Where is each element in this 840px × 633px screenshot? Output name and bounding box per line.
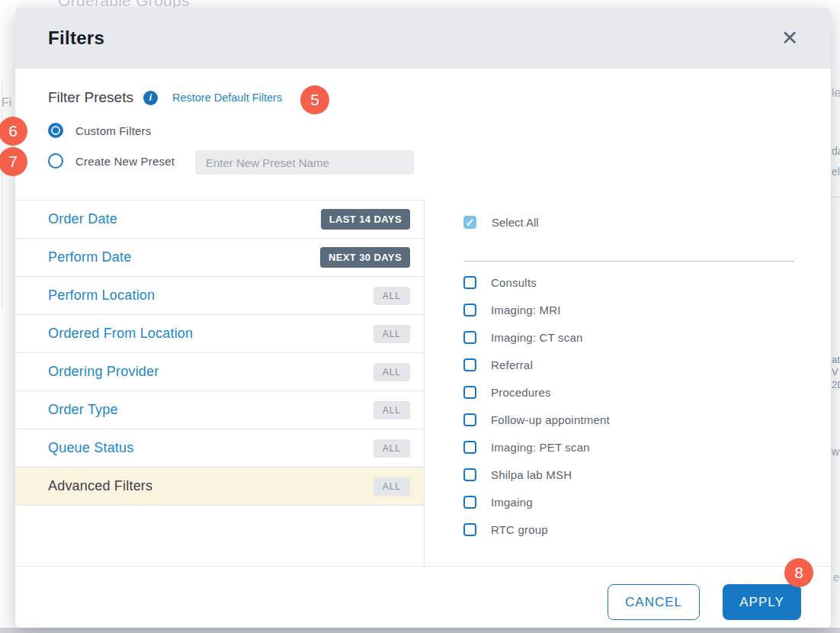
panel-separator	[463, 261, 794, 262]
dialog-title: Filters	[48, 27, 104, 49]
order-type-option[interactable]: Imaging: MRI	[463, 296, 794, 323]
background-right-fragment: le	[832, 86, 840, 100]
step-badge-8: 8	[784, 558, 813, 587]
checkbox-icon[interactable]	[463, 304, 476, 316]
filter-category-label: Ordering Provider	[48, 364, 159, 380]
checkbox-icon[interactable]	[463, 523, 476, 536]
filter-presets-heading: Filter Presets	[48, 89, 133, 106]
order-type-label: Consults	[491, 276, 537, 289]
filter-category-label: Ordered From Location	[48, 326, 193, 342]
filter-category-label: Queue Status	[48, 440, 133, 456]
filter-category-label: Order Date	[48, 211, 117, 227]
filter-category-row[interactable]: Perform Location ALL	[15, 277, 425, 315]
custom-filters-label: Custom Filters	[75, 124, 151, 137]
background-right-fragment: el	[832, 165, 840, 178]
filter-category-label: Advanced Filters	[48, 478, 152, 494]
order-type-label: Follow-up appointment	[491, 413, 610, 426]
checkbox-icon[interactable]	[463, 496, 476, 509]
order-type-option[interactable]: Procedures	[463, 378, 794, 406]
order-type-option[interactable]: Imaging: CT scan	[463, 323, 794, 351]
radio-selected-icon[interactable]	[48, 123, 63, 138]
filter-category-row[interactable]: Perform Date NEXT 30 DAYS	[15, 239, 425, 277]
background-right-fragment: 2D	[832, 379, 840, 390]
dialog-footer: CANCEL APPLY	[15, 566, 831, 628]
filters-dialog: Filters ✕ Filter Presets i Restore Defau…	[15, 8, 831, 628]
order-type-option[interactable]: Imgaing	[463, 488, 794, 516]
filter-category-label: Perform Location	[48, 288, 155, 304]
create-new-preset-option[interactable]: Create New Preset	[48, 153, 175, 169]
background-right-fragment: V	[832, 366, 838, 378]
step-badge-6: 6	[0, 117, 27, 146]
checkbox-icon[interactable]	[463, 386, 476, 399]
order-type-label: RTC group	[491, 523, 548, 536]
order-type-label: Imgaing	[491, 496, 533, 509]
filter-presets-section: Filter Presets i Restore Default Filters	[48, 89, 282, 106]
filter-category-label: Order Type	[48, 402, 118, 418]
filter-category-row[interactable]: Advanced Filters ALL	[15, 468, 425, 506]
background-right-fragment: e	[833, 570, 839, 583]
order-type-label: Procedures	[491, 386, 551, 399]
checkbox-icon[interactable]	[463, 358, 476, 371]
order-type-option[interactable]: Shilpa lab MSH	[463, 461, 794, 488]
custom-filters-option[interactable]: Custom Filters	[48, 123, 151, 138]
order-type-panel: ✓ Select All Consults Imaging: MRI Imagi…	[463, 216, 794, 543]
close-icon[interactable]: ✕	[776, 24, 803, 52]
filter-category-value-badge: ALL	[374, 325, 410, 343]
background-right-fragment: w	[832, 445, 839, 458]
order-type-label: Shilpa lab MSH	[491, 468, 572, 481]
background-divider	[2, 80, 2, 122]
radio-unselected-icon[interactable]	[48, 153, 63, 169]
filter-category-row[interactable]: Queue Status ALL	[15, 429, 425, 468]
new-preset-name-input[interactable]	[195, 150, 414, 175]
checkbox-icon[interactable]	[463, 468, 476, 481]
order-type-option[interactable]: RTC group	[463, 516, 794, 543]
order-type-label: Imaging: PET scan	[491, 441, 590, 454]
info-icon[interactable]: i	[143, 91, 158, 105]
dialog-header: Filters ✕	[15, 8, 831, 69]
apply-button[interactable]: APPLY	[723, 584, 801, 620]
filter-category-row[interactable]: Ordered From Location ALL	[15, 315, 425, 353]
checkbox-checked-icon[interactable]: ✓	[463, 216, 476, 229]
order-type-option[interactable]: Referral	[463, 351, 794, 378]
order-type-option[interactable]: Follow-up appointment	[463, 406, 794, 433]
filter-category-list: Order Date LAST 14 DAYS Perform Date NEX…	[15, 200, 425, 506]
filter-category-row[interactable]: Ordering Provider ALL	[15, 353, 425, 391]
background-divider	[2, 149, 2, 309]
select-all-option[interactable]: ✓ Select All	[463, 216, 794, 229]
filter-category-value-badge: ALL	[374, 287, 410, 305]
filter-category-value-badge: ALL	[374, 477, 410, 496]
background-right-fragment: da	[832, 145, 840, 157]
checkbox-icon[interactable]	[463, 276, 476, 289]
filter-category-value-badge: ALL	[374, 439, 410, 458]
order-type-label: Imaging: CT scan	[491, 331, 582, 344]
step-badge-5: 5	[300, 85, 329, 114]
filter-category-value-badge: ALL	[374, 363, 410, 381]
order-type-label: Referral	[491, 358, 533, 371]
panel-divider	[424, 200, 425, 566]
checkbox-icon[interactable]	[463, 331, 476, 344]
order-type-label: Imaging: MRI	[491, 304, 561, 316]
filter-category-value-badge: LAST 14 DAYS	[321, 209, 410, 230]
order-type-option[interactable]: Imaging: PET scan	[463, 433, 794, 461]
filter-category-row[interactable]: Order Type ALL	[15, 391, 425, 429]
filter-category-value-badge: ALL	[374, 401, 410, 419]
filter-category-label: Perform Date	[48, 249, 131, 265]
order-type-option[interactable]: Consults	[463, 268, 794, 296]
background-left-fragment: Fi	[2, 96, 11, 110]
order-type-list: Consults Imaging: MRI Imaging: CT scan R…	[463, 268, 794, 543]
checkbox-icon[interactable]	[463, 413, 476, 426]
step-badge-7: 7	[0, 147, 27, 176]
background-divider	[831, 197, 840, 198]
background-right-fragment: at	[832, 354, 840, 365]
filter-category-row[interactable]: Order Date LAST 14 DAYS	[15, 201, 425, 239]
cancel-button[interactable]: CANCEL	[608, 584, 700, 620]
filter-category-value-badge: NEXT 30 DAYS	[320, 247, 410, 268]
restore-default-filters-link[interactable]: Restore Default Filters	[172, 92, 282, 104]
background-bottom-strip	[0, 628, 840, 633]
checkbox-icon[interactable]	[463, 441, 476, 454]
create-new-preset-label: Create New Preset	[75, 155, 175, 168]
select-all-label: Select All	[492, 216, 539, 229]
